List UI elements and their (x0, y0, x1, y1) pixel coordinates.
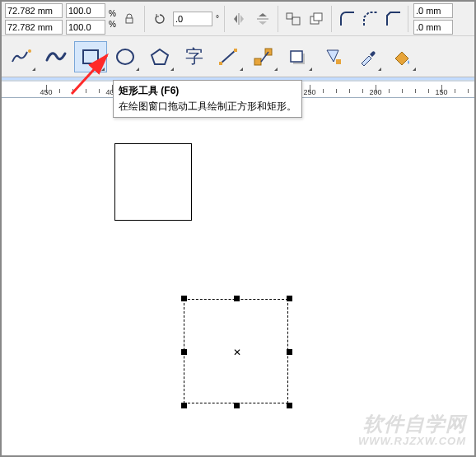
ruler-label: 150 (435, 88, 447, 96)
corner-chamfer-icon[interactable] (383, 9, 403, 29)
height-input[interactable] (5, 20, 63, 35)
degree-label: ° (216, 14, 219, 23)
handle-s[interactable] (234, 403, 240, 408)
handle-ne[interactable] (287, 296, 292, 301)
transparency-tool[interactable] (316, 41, 349, 72)
toolbox: 字 (2, 36, 474, 77)
property-bar: % % ° (2, 2, 474, 36)
dimension-tool[interactable] (212, 41, 245, 72)
ellipse-tool[interactable] (109, 41, 142, 72)
handle-w[interactable] (181, 349, 187, 355)
handle-sw[interactable] (181, 403, 187, 408)
fill-tool[interactable] (385, 41, 418, 72)
svg-rect-17 (336, 59, 341, 64)
rotate-icon[interactable] (150, 9, 170, 29)
svg-rect-6 (83, 50, 98, 63)
angle-input[interactable] (173, 12, 212, 26)
outline-2-input[interactable] (413, 20, 453, 35)
connector-tool[interactable] (247, 41, 280, 72)
freehand-tool[interactable] (5, 41, 38, 72)
svg-rect-12 (254, 58, 261, 65)
percent-label: % (109, 9, 116, 18)
center-marker[interactable]: ✕ (233, 347, 241, 358)
svg-rect-16 (291, 51, 302, 62)
text-tool[interactable]: 字 (178, 41, 211, 72)
handle-e[interactable] (287, 349, 292, 355)
tooltip-body: 在绘图窗口拖动工具绘制正方形和矩形。 (119, 100, 296, 114)
eyedropper-tool[interactable] (351, 41, 384, 72)
outline-1-input[interactable] (413, 3, 453, 18)
percent-label-2: % (109, 20, 116, 29)
rectangle-tool[interactable] (74, 41, 107, 72)
artistic-media-tool[interactable] (40, 41, 72, 72)
svg-line-9 (221, 50, 236, 63)
ruler-label: 200 (369, 88, 381, 96)
drawing-canvas[interactable]: ✕ (2, 98, 474, 457)
align-icon[interactable] (283, 9, 303, 29)
mirror-v-icon[interactable] (253, 9, 273, 29)
handle-n[interactable] (234, 296, 240, 301)
svg-marker-8 (152, 49, 168, 64)
ruler-label: 250 (303, 88, 315, 96)
svg-rect-2 (292, 17, 300, 25)
lock-ratio-icon[interactable] (119, 9, 139, 29)
svg-point-7 (117, 49, 133, 64)
scale-y-input[interactable] (66, 20, 105, 35)
svg-rect-11 (234, 49, 237, 52)
corner-scallop-icon[interactable] (360, 9, 380, 29)
handle-se[interactable] (287, 403, 292, 408)
svg-rect-0 (126, 18, 133, 23)
polygon-tool[interactable] (143, 41, 176, 72)
svg-point-5 (28, 49, 31, 53)
svg-rect-4 (314, 13, 322, 21)
tooltip-title: 矩形工具 (F6) (119, 84, 296, 98)
ruler-label: 450 (40, 88, 52, 96)
scale-x-input[interactable] (66, 3, 105, 18)
drop-shadow-tool[interactable] (282, 41, 315, 72)
drawn-rectangle-1[interactable] (114, 143, 192, 221)
corner-round-icon[interactable] (337, 9, 357, 29)
svg-rect-10 (219, 62, 222, 65)
handle-nw[interactable] (181, 296, 187, 301)
mirror-h-icon[interactable] (230, 9, 250, 29)
svg-rect-1 (287, 13, 292, 19)
width-input[interactable] (5, 3, 63, 18)
rectangle-tool-tooltip: 矩形工具 (F6) 在绘图窗口拖动工具绘制正方形和矩形。 (113, 80, 302, 118)
order-icon[interactable] (306, 9, 326, 29)
